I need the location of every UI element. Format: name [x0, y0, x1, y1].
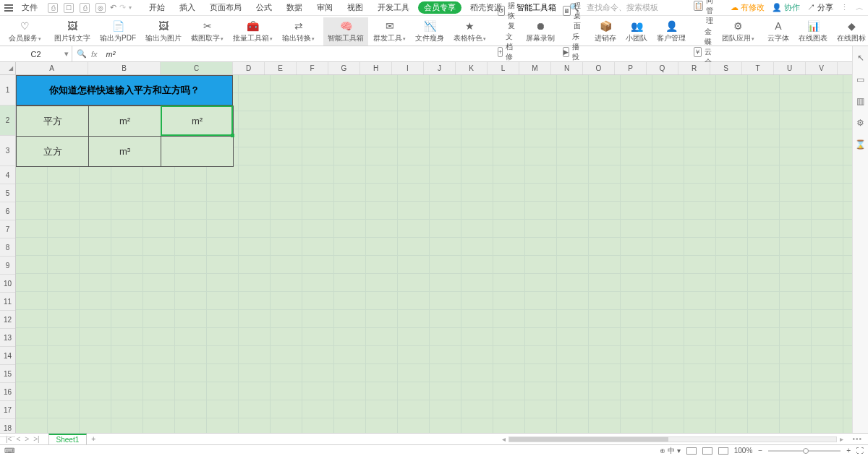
row-header[interactable]: 8: [0, 238, 15, 257]
sheet-more-icon[interactable]: •••: [846, 435, 868, 443]
name-box[interactable]: C2▾: [0, 46, 72, 61]
fullscreen-icon[interactable]: ⛶: [856, 447, 864, 455]
row-header[interactable]: 1: [0, 75, 15, 106]
sheet-prev-icon[interactable]: <: [16, 435, 20, 443]
row-header[interactable]: 7: [0, 220, 15, 238]
rb-batch[interactable]: 🧰批量工具箱: [229, 17, 277, 46]
row-header[interactable]: 16: [0, 383, 15, 401]
col-header[interactable]: F: [297, 62, 328, 74]
tab-layout[interactable]: 页面布局: [204, 1, 247, 14]
row-header[interactable]: 5: [0, 184, 15, 202]
collab-button[interactable]: 👤 协作: [772, 2, 800, 13]
cell[interactable]: m²: [161, 106, 234, 137]
col-header[interactable]: L: [488, 62, 519, 74]
col-header[interactable]: S: [710, 62, 742, 74]
row-header[interactable]: 6: [0, 202, 15, 220]
save-as-icon[interactable]: ☐: [64, 3, 74, 13]
row-header[interactable]: 14: [0, 347, 15, 365]
tab-data[interactable]: 数据: [281, 1, 308, 14]
fx-icon[interactable]: fx: [91, 50, 98, 59]
zoom-slider[interactable]: [768, 450, 841, 452]
row-header[interactable]: 4: [0, 166, 15, 184]
row-header[interactable]: 17: [0, 401, 15, 419]
row-header[interactable]: 3: [0, 136, 15, 166]
row-header[interactable]: 12: [0, 311, 15, 329]
rb-chart[interactable]: 📊在线图表: [794, 17, 832, 46]
rb-team[interactable]: 👥小团队: [621, 17, 652, 46]
cell[interactable]: 立方: [17, 137, 89, 167]
tab-dev[interactable]: 开发工具: [372, 1, 415, 14]
row-header[interactable]: 9: [0, 257, 15, 275]
col-header[interactable]: G: [328, 62, 360, 74]
undo-icon[interactable]: ↶: [110, 3, 116, 12]
cell-title[interactable]: 你知道怎样快速输入平方和立方吗？: [16, 75, 233, 106]
rb-crm[interactable]: 👤客户管理: [652, 17, 690, 46]
unsaved-indicator[interactable]: ☁ 有修改: [731, 2, 765, 13]
col-header[interactable]: H: [360, 62, 392, 74]
side-backup-icon[interactable]: ⌛: [855, 139, 867, 150]
rb-convert[interactable]: ⇄输出转换: [278, 17, 319, 46]
tab-review[interactable]: 审阅: [311, 1, 339, 14]
formula-input[interactable]: m²: [102, 50, 855, 59]
print-icon[interactable]: ⎙: [80, 3, 90, 13]
tab-vip[interactable]: 会员专享: [418, 1, 461, 14]
col-header[interactable]: K: [456, 62, 488, 74]
preview-icon[interactable]: ◎: [95, 3, 106, 13]
col-header[interactable]: U: [774, 62, 806, 74]
row-header[interactable]: 18: [0, 419, 15, 437]
row-header[interactable]: 13: [0, 329, 15, 347]
zoom-in-button[interactable]: +: [846, 447, 851, 455]
share-button[interactable]: ↗ 分享: [807, 2, 833, 13]
cell[interactable]: 平方: [17, 106, 89, 137]
rb-teamapp[interactable]: ⚙团队应用: [718, 17, 759, 46]
col-header[interactable]: M: [519, 62, 551, 74]
menu-file[interactable]: 文件: [16, 1, 43, 14]
side-settings-icon[interactable]: ⚙: [855, 117, 867, 129]
tab-start[interactable]: 开始: [143, 1, 171, 14]
row-header[interactable]: 15: [0, 365, 15, 383]
collapse-ribbon-icon[interactable]: ︿: [856, 2, 864, 13]
rb-icons[interactable]: ◆在线图标: [833, 17, 868, 46]
rb-font[interactable]: A云字体: [763, 17, 793, 46]
qa-more-icon[interactable]: ▾: [129, 4, 132, 11]
sheet-tab[interactable]: Sheet1: [48, 434, 88, 444]
view-normal-icon[interactable]: [686, 447, 697, 455]
col-header[interactable]: B: [88, 62, 161, 74]
col-header[interactable]: E: [265, 62, 297, 74]
hamburger-icon[interactable]: [4, 4, 13, 12]
col-header[interactable]: C: [161, 62, 233, 74]
col-header[interactable]: O: [583, 62, 615, 74]
horizontal-scrollbar[interactable]: ◂ ▸: [499, 436, 846, 443]
rb-send[interactable]: ✉群发工具: [369, 17, 410, 46]
col-header[interactable]: D: [233, 62, 265, 74]
rb-recover[interactable]: ↺数据恢复: [498, 0, 518, 31]
sheet-last-icon[interactable]: >|: [33, 435, 39, 443]
tab-formula[interactable]: 公式: [250, 1, 278, 14]
row-header[interactable]: 2: [0, 106, 15, 136]
view-page-icon[interactable]: [702, 447, 712, 455]
fx-search-icon[interactable]: 🔍: [77, 49, 87, 59]
zoom-out-button[interactable]: −: [758, 447, 762, 455]
col-header[interactable]: V: [806, 62, 838, 74]
col-header[interactable]: T: [742, 62, 774, 74]
zoom-label[interactable]: 100%: [734, 447, 753, 455]
col-header[interactable]: P: [615, 62, 647, 74]
col-header[interactable]: Q: [647, 62, 678, 74]
rb-inventory[interactable]: 📦进销存: [590, 17, 621, 46]
status-input-icon[interactable]: ⌨: [4, 447, 14, 455]
tab-insert[interactable]: 插入: [174, 1, 201, 14]
rb-smart[interactable]: 🧠智能工具箱: [323, 17, 368, 46]
status-ime-icon[interactable]: ⊕ 中 ▾: [660, 446, 681, 456]
row-header[interactable]: 11: [0, 293, 15, 311]
col-header[interactable]: A: [16, 62, 88, 74]
side-style-icon[interactable]: ▭: [855, 74, 867, 85]
col-header[interactable]: N: [551, 62, 583, 74]
side-filter-icon[interactable]: ▥: [855, 95, 867, 107]
rb-img[interactable]: 🖼输出为图片: [141, 17, 186, 46]
rb-slim[interactable]: 📉文件瘦身: [411, 17, 448, 46]
row-header[interactable]: 10: [0, 275, 15, 293]
rb-member[interactable]: ♡会员服务: [4, 17, 46, 46]
side-select-icon[interactable]: ↖: [855, 52, 867, 64]
rb-img2txt[interactable]: 🖼图片转文字: [50, 17, 95, 46]
col-header[interactable]: J: [424, 62, 456, 74]
